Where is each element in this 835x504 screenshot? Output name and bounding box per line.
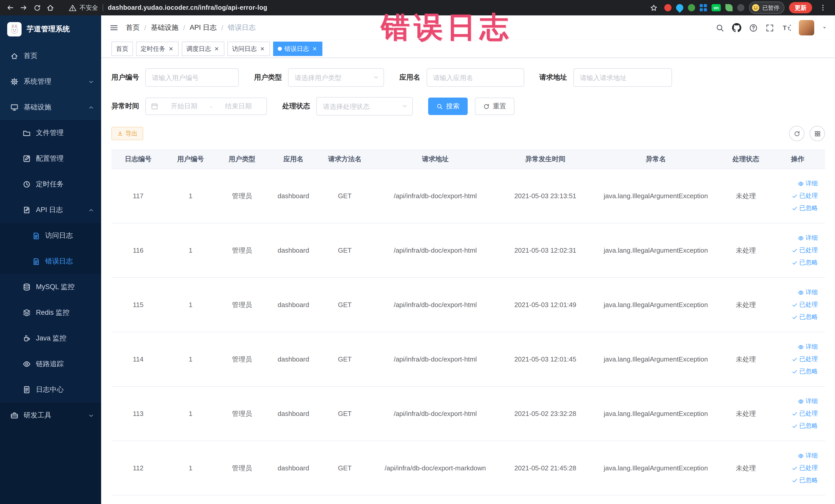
- ignored-link[interactable]: 已忽略: [792, 367, 818, 376]
- fullscreen-icon[interactable]: [766, 23, 774, 32]
- app-logo[interactable]: 芋道管理系统: [0, 15, 101, 43]
- font-size-icon[interactable]: TT: [782, 23, 791, 32]
- user-id-label: 用户编号: [111, 73, 139, 82]
- sidebar-item-trace[interactable]: 链路追踪: [0, 351, 101, 377]
- app-name-input[interactable]: [427, 74, 523, 81]
- extension-green-icon[interactable]: [688, 4, 695, 11]
- sidebar-item-access-log[interactable]: 访问日志: [0, 223, 101, 248]
- search-button[interactable]: 搜索: [428, 98, 468, 115]
- extension-grid-icon[interactable]: [700, 4, 707, 11]
- reload-button[interactable]: [31, 2, 43, 14]
- request-url-input[interactable]: [574, 74, 671, 81]
- sidebar-item-label: 研发工具: [24, 411, 51, 420]
- detail-link[interactable]: 详细: [798, 179, 818, 188]
- table-toolbar: 导出: [111, 126, 825, 141]
- cell-exception-time: 2021-05-03 12:01:49: [500, 278, 591, 332]
- ignored-link[interactable]: 已忽略: [792, 422, 818, 430]
- cell-request-url: /api/infra/db-doc/export-html: [370, 169, 500, 223]
- exception-time-range-picker[interactable]: 开始日期 - 结束日期: [145, 98, 267, 115]
- site-security[interactable]: 不安全: [69, 3, 98, 12]
- sidebar-item-mysql-monitor[interactable]: MySQL 监控: [0, 274, 101, 300]
- breadcrumb-item-api-log[interactable]: API 日志: [190, 23, 217, 32]
- process-status-input[interactable]: [317, 102, 412, 110]
- column-settings-button[interactable]: [810, 126, 825, 141]
- processed-link[interactable]: 已处理: [792, 409, 818, 418]
- sidebar-item-log-center[interactable]: 日志中心: [0, 377, 101, 403]
- chevron-up-icon: [88, 207, 94, 213]
- document-icon: [23, 386, 31, 394]
- refresh-table-button[interactable]: [789, 126, 805, 141]
- row-actions: 详细 已处理 已忽略: [774, 343, 822, 376]
- sidebar-item-error-log[interactable]: 错误日志: [0, 248, 101, 274]
- processed-link[interactable]: 已处理: [792, 191, 818, 200]
- ignored-link[interactable]: 已忽略: [792, 476, 818, 485]
- breadcrumb-item-infrastructure[interactable]: 基础设施: [151, 23, 179, 32]
- user-type-input[interactable]: [288, 74, 384, 81]
- close-icon[interactable]: [168, 46, 174, 52]
- help-icon[interactable]: [749, 23, 758, 32]
- sidebar-item-scheduled-jobs[interactable]: 定时任务: [0, 172, 101, 197]
- caret-down-icon[interactable]: [822, 25, 827, 30]
- user-type-label: 用户类型: [254, 73, 282, 82]
- user-id-input[interactable]: [146, 74, 238, 81]
- back-button[interactable]: [4, 2, 16, 14]
- github-icon[interactable]: [732, 23, 741, 32]
- detail-link[interactable]: 详细: [798, 397, 818, 406]
- bookmark-star-icon[interactable]: [647, 2, 660, 14]
- export-button[interactable]: 导出: [111, 127, 143, 140]
- detail-link[interactable]: 详细: [798, 234, 818, 242]
- request-url-field[interactable]: [573, 68, 672, 87]
- user-id-field[interactable]: [145, 68, 239, 87]
- processed-link[interactable]: 已处理: [792, 246, 818, 255]
- sidebar-item-dev-tools[interactable]: 研发工具: [0, 403, 101, 428]
- processed-link[interactable]: 已处理: [792, 355, 818, 364]
- extension-leaf-icon[interactable]: [726, 4, 733, 11]
- tab-scheduled-jobs[interactable]: 定时任务: [136, 42, 179, 56]
- sidebar-item-java-monitor[interactable]: Java 监控: [0, 326, 101, 351]
- app-name-field[interactable]: [426, 68, 524, 87]
- browser-profile-pill[interactable]: 已暂停: [749, 2, 785, 14]
- breadcrumb-item-home[interactable]: 首页: [126, 23, 140, 32]
- close-icon[interactable]: [312, 46, 318, 52]
- tab-scheduler-log[interactable]: 调度日志: [182, 42, 224, 56]
- user-avatar[interactable]: [799, 20, 814, 36]
- ignored-link[interactable]: 已忽略: [792, 204, 818, 213]
- sidebar-item-file-management[interactable]: 文件管理: [0, 120, 101, 146]
- detail-link[interactable]: 详细: [798, 288, 818, 297]
- processed-link[interactable]: 已处理: [792, 464, 818, 472]
- processed-link[interactable]: 已处理: [792, 300, 818, 309]
- filter-row-1: 用户编号 用户类型 应用名: [111, 68, 825, 87]
- close-icon[interactable]: [259, 46, 265, 52]
- ignored-link[interactable]: 已忽略: [792, 258, 818, 267]
- search-icon[interactable]: [716, 23, 725, 32]
- sidebar-item-home[interactable]: 首页: [0, 43, 101, 69]
- kebab-menu-icon[interactable]: [817, 2, 829, 14]
- sidebar-item-redis-monitor[interactable]: Redis 监控: [0, 300, 101, 326]
- browser-update-button[interactable]: 更新: [789, 2, 812, 13]
- close-icon[interactable]: [213, 46, 220, 52]
- reset-button[interactable]: 重置: [475, 98, 514, 115]
- url-bar[interactable]: dashboard.yudao.iocoder.cn/infra/log/api…: [108, 4, 267, 11]
- extension-on-icon[interactable]: on: [712, 4, 721, 11]
- extension-drop-icon[interactable]: [675, 3, 685, 13]
- tab-home[interactable]: 首页: [111, 42, 133, 56]
- extension-red-icon[interactable]: [664, 4, 672, 11]
- forward-button[interactable]: [18, 2, 30, 14]
- sidebar-collapse-icon[interactable]: [109, 23, 119, 32]
- detail-link[interactable]: 详细: [798, 451, 818, 460]
- sidebar-item-config-management[interactable]: 配置管理: [0, 146, 101, 172]
- column-header: 请求方法名: [319, 150, 370, 169]
- ignored-link[interactable]: 已忽略: [792, 313, 818, 321]
- range-start-placeholder: 开始日期: [161, 102, 207, 111]
- sidebar-item-api-log[interactable]: API 日志: [0, 197, 101, 223]
- sidebar-item-system[interactable]: 系统管理: [0, 69, 101, 95]
- home-button[interactable]: [44, 2, 57, 14]
- extension-pin-icon[interactable]: [737, 4, 745, 11]
- sidebar-item-infrastructure[interactable]: 基础设施: [0, 95, 101, 120]
- tab-access-log[interactable]: 访问日志: [227, 42, 270, 56]
- user-type-select[interactable]: [288, 68, 384, 87]
- tab-error-log[interactable]: 错误日志: [273, 42, 322, 56]
- detail-link[interactable]: 详细: [798, 343, 818, 351]
- breadcrumb-separator: /: [144, 24, 146, 32]
- process-status-select[interactable]: [316, 97, 413, 116]
